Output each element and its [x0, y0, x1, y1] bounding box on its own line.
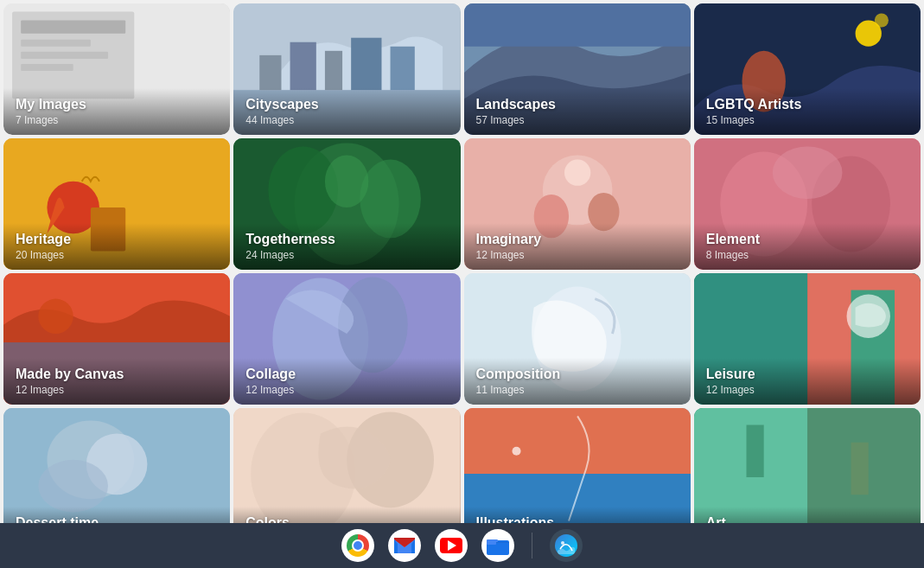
taskbar-icon-youtube[interactable]	[435, 529, 468, 562]
imaginary-overlay: Imaginary12 Images	[464, 223, 691, 270]
lgbtq-title: LGBTQ Artists	[706, 97, 908, 112]
gallery-item-cityscapes[interactable]: Cityscapes44 Images	[233, 3, 460, 135]
composition-title: Composition	[476, 367, 679, 382]
togetherness-title: Togetherness	[245, 232, 448, 247]
svg-point-35	[773, 146, 843, 199]
svg-point-58	[512, 447, 520, 456]
svg-point-26	[325, 156, 368, 208]
art-overlay: Art	[694, 507, 921, 523]
heritage-overlay: Heritage20 Images	[3, 223, 230, 270]
my-images-overlay: My Images7 Images	[3, 88, 230, 135]
heritage-count: 20 Images	[16, 249, 218, 261]
gallery-item-colors[interactable]: Colors	[233, 408, 460, 523]
taskbar-divider	[532, 533, 532, 558]
svg-point-37	[38, 299, 73, 334]
gallery-item-dessert-time[interactable]: Dessert time	[3, 408, 230, 523]
gallery-item-landscapes[interactable]: Landscapes57 Images	[464, 3, 691, 135]
taskbar-icon-gmail[interactable]	[388, 529, 421, 562]
lgbtq-count: 15 Images	[706, 114, 908, 126]
gallery-item-lgbtq[interactable]: LGBTQ Artists15 Images	[694, 3, 921, 135]
my-images-title: My Images	[16, 97, 218, 112]
landscapes-overlay: Landscapes57 Images	[464, 88, 691, 135]
svg-rect-8	[260, 55, 282, 90]
cityscapes-count: 44 Images	[245, 114, 448, 126]
made-by-canvas-title: Made by Canvas	[16, 367, 218, 382]
svg-rect-4	[21, 52, 108, 59]
svg-point-52	[38, 460, 108, 513]
lgbtq-overlay: LGBTQ Artists15 Images	[694, 88, 921, 135]
illustrations-overlay: Illustrations	[464, 507, 691, 523]
heritage-title: Heritage	[16, 232, 218, 247]
gallery-item-heritage[interactable]: Heritage20 Images	[3, 138, 230, 270]
imaginary-title: Imaginary	[476, 232, 679, 247]
svg-rect-62	[487, 539, 498, 542]
svg-rect-10	[325, 51, 342, 90]
leisure-overlay: Leisure12 Images	[694, 358, 921, 405]
svg-point-17	[875, 13, 889, 27]
youtube-icon	[440, 538, 462, 553]
taskbar-icon-wallpaper[interactable]	[550, 529, 583, 562]
gallery-item-element[interactable]: Element8 Images	[694, 138, 921, 270]
taskbar-icon-chrome[interactable]	[341, 529, 374, 562]
gallery-item-imaginary[interactable]: Imaginary12 Images	[464, 138, 691, 270]
imaginary-count: 12 Images	[476, 249, 679, 261]
composition-count: 11 Images	[476, 384, 679, 396]
cityscapes-title: Cityscapes	[245, 97, 448, 112]
my-images-count: 7 Images	[16, 114, 218, 126]
taskbar-icon-files[interactable]	[481, 529, 514, 562]
dessert-time-overlay: Dessert time	[3, 507, 230, 523]
cityscapes-overlay: Cityscapes44 Images	[233, 88, 460, 135]
gallery-item-togetherness[interactable]: Togetherness24 Images	[233, 138, 460, 270]
colors-title: Colors	[245, 515, 448, 523]
svg-point-31	[564, 160, 589, 186]
illustrations-title: Illustrations	[476, 515, 679, 523]
composition-overlay: Composition11 Images	[464, 358, 691, 405]
element-overlay: Element8 Images	[694, 223, 921, 270]
chrome-icon	[347, 534, 369, 557]
landscapes-count: 57 Images	[476, 114, 679, 126]
svg-rect-14	[464, 3, 691, 47]
art-title: Art	[706, 515, 908, 523]
gallery-item-leisure[interactable]: Leisure12 Images	[694, 273, 921, 405]
collage-count: 12 Images	[245, 384, 448, 396]
gmail-icon	[394, 538, 415, 553]
wallpaper-icon	[555, 534, 577, 557]
taskbar	[0, 523, 924, 568]
svg-rect-12	[391, 47, 415, 90]
svg-rect-5	[21, 64, 73, 71]
files-icon	[487, 536, 509, 555]
gallery-container: My Images7 Images Cityscapes44 Images La…	[0, 0, 924, 523]
element-count: 8 Images	[706, 249, 908, 261]
svg-rect-2	[21, 21, 125, 34]
togetherness-overlay: Togetherness24 Images	[233, 223, 460, 270]
dessert-time-title: Dessert time	[16, 515, 218, 523]
collage-title: Collage	[245, 367, 448, 382]
gallery-item-collage[interactable]: Collage12 Images	[233, 273, 460, 405]
gallery-item-my-images[interactable]: My Images7 Images	[3, 3, 230, 135]
svg-rect-9	[290, 42, 316, 90]
gallery-item-illustrations[interactable]: Illustrations	[464, 408, 691, 523]
element-title: Element	[706, 232, 908, 247]
made-by-canvas-count: 12 Images	[16, 384, 218, 396]
leisure-title: Leisure	[706, 367, 908, 382]
landscapes-title: Landscapes	[476, 97, 679, 112]
made-by-canvas-overlay: Made by Canvas12 Images	[3, 358, 230, 405]
leisure-count: 12 Images	[706, 384, 908, 396]
gallery-item-made-by-canvas[interactable]: Made by Canvas12 Images	[3, 273, 230, 405]
svg-rect-3	[21, 40, 91, 47]
colors-overlay: Colors	[233, 507, 460, 523]
gallery-item-art[interactable]: Art	[694, 408, 921, 523]
svg-rect-11	[351, 38, 381, 91]
svg-point-64	[561, 541, 564, 545]
togetherness-count: 24 Images	[245, 249, 448, 261]
gallery-item-composition[interactable]: Composition11 Images	[464, 273, 691, 405]
collage-overlay: Collage12 Images	[233, 358, 460, 405]
